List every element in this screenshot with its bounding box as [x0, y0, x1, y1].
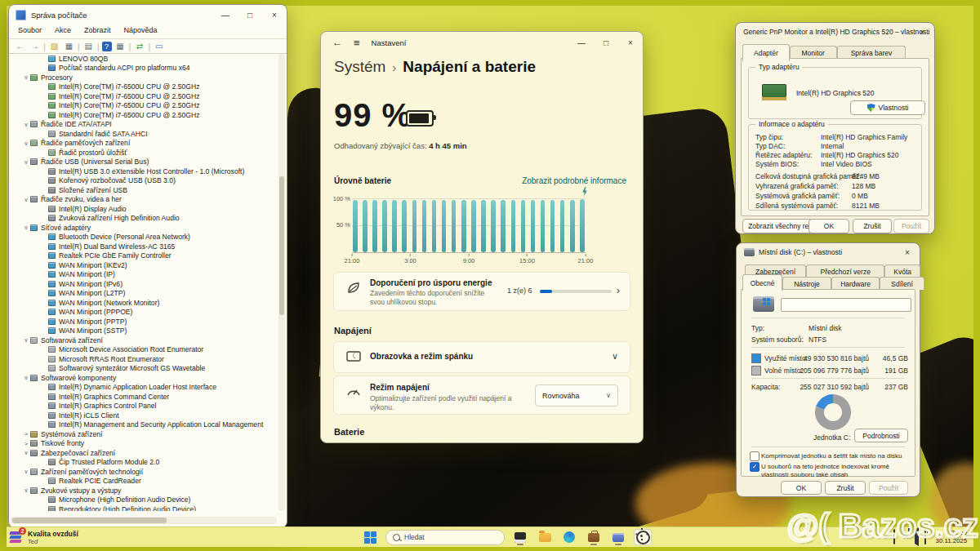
tree-item[interactable]: >Tiskové fronty: [11, 439, 277, 449]
battery-details-link[interactable]: Zobrazit podrobné informace: [522, 176, 626, 185]
tab-adaptér[interactable]: Adaptér: [742, 44, 790, 61]
taskbar-app-file-explorer[interactable]: [536, 529, 554, 545]
tab-nástroje[interactable]: Nástroje: [782, 277, 831, 290]
chevron-expanded-icon[interactable]: v: [22, 140, 30, 146]
forward-arrow-icon[interactable]: →: [29, 42, 41, 51]
tree-item[interactable]: vŘadiče USB (Universal Serial Bus): [11, 158, 277, 167]
tree-item[interactable]: vZvukové vstupy a výstupy: [11, 486, 277, 495]
cancel-button[interactable]: Zrušit: [853, 219, 892, 233]
compress-checkbox[interactable]: [750, 451, 760, 461]
tab-obecné[interactable]: Obecné: [742, 274, 782, 291]
details-button[interactable]: Podrobnosti: [854, 429, 908, 442]
dm-vertical-scrollbar[interactable]: [278, 54, 285, 511]
gpu-titlebar[interactable]: Generic PnP Monitor a Intel(R) HD Graphi…: [736, 23, 934, 41]
tree-item[interactable]: Intel(R) Core(TM) i7-6500U CPU @ 2.50GHz: [11, 82, 277, 92]
tree-item[interactable]: Intel(R) Dual Band Wireless-AC 3165: [11, 242, 277, 251]
back-arrow-icon[interactable]: ←: [332, 37, 342, 48]
chevron-down-icon[interactable]: ∨: [612, 351, 618, 362]
index-checkbox[interactable]: ✓: [750, 462, 760, 472]
help-icon[interactable]: ?: [102, 42, 112, 51]
tree-item[interactable]: Počítač standardu ACPI pro platformu x64: [11, 64, 277, 73]
chevron-expanded-icon[interactable]: v: [22, 469, 30, 474]
taskbar-app-briefcase[interactable]: [585, 529, 603, 545]
tree-item[interactable]: WAN Miniport (SSTP): [11, 327, 277, 336]
energy-recommendations-card[interactable]: Doporučení pro úsporu energie Zavedením …: [333, 272, 630, 311]
document-icon[interactable]: ▤: [82, 42, 95, 51]
taskbar-app-edge[interactable]: [560, 529, 578, 545]
tree-item[interactable]: vProcesory: [11, 73, 277, 82]
close-button[interactable]: ×: [262, 5, 287, 24]
chevron-expanded-icon[interactable]: v: [22, 337, 30, 343]
tree-item[interactable]: Intel(R) Core(TM) i7-6500U CPU @ 2.50GHz: [11, 101, 277, 111]
chevron-collapsed-icon[interactable]: >: [22, 431, 30, 437]
tree-item[interactable]: WAN Miniport (PPPOE): [11, 308, 277, 318]
menu-item-akce[interactable]: Akce: [49, 24, 77, 38]
tree-item[interactable]: vSíťové adaptéry: [11, 223, 277, 233]
tree-item[interactable]: Zvuková zařízení High Definition Audio: [11, 214, 277, 224]
close-button[interactable]: ×: [618, 32, 643, 53]
scan-icon[interactable]: ⇄: [133, 42, 145, 51]
close-button[interactable]: ×: [910, 23, 934, 41]
menu-item-zobrazit[interactable]: Zobrazit: [78, 24, 117, 38]
screen-sleep-card[interactable]: Obrazovka a režim spánku ∨: [333, 341, 630, 373]
tree-item[interactable]: Realtek PCIe GbE Family Controller: [11, 251, 277, 261]
maximize-button[interactable]: □: [594, 32, 618, 53]
maximize-button[interactable]: □: [238, 5, 262, 24]
chevron-expanded-icon[interactable]: v: [22, 375, 30, 380]
search-box[interactable]: Hledat: [385, 530, 505, 545]
show-hide-icon[interactable]: ▨: [48, 42, 60, 51]
tree-item[interactable]: Realtek PCIE CardReader: [11, 477, 277, 487]
tree-item[interactable]: Čip Trusted Platform Module 2.0: [11, 458, 277, 468]
chevron-expanded-icon[interactable]: v: [22, 224, 30, 230]
tree-item[interactable]: WAN Miniport (PPTP): [11, 317, 277, 327]
menu-item-soubor[interactable]: Soubor: [12, 24, 47, 38]
tree-item[interactable]: Intel(R) Dynamic Application Loader Host…: [11, 383, 277, 393]
taskbar-app-console[interactable]: [511, 529, 529, 545]
cancel-button[interactable]: Zrušit: [825, 481, 866, 495]
volume-label-input[interactable]: [781, 298, 911, 312]
tree-item[interactable]: >Systémová zařízení: [11, 429, 277, 439]
chevron-expanded-icon[interactable]: v: [22, 122, 30, 127]
taskbar-app-settings[interactable]: [634, 529, 652, 545]
disk-titlebar[interactable]: Místní disk (C:) – vlastnosti: [737, 243, 920, 261]
comment-icon[interactable]: ▭: [153, 42, 165, 51]
close-button[interactable]: ×: [895, 243, 920, 261]
breadcrumb-system[interactable]: Systém: [334, 58, 385, 75]
chevron-expanded-icon[interactable]: v: [22, 197, 30, 202]
tab-sdílení[interactable]: Sdílení: [880, 277, 924, 290]
tree-item[interactable]: Intel(R) Graphics Command Center: [11, 392, 277, 402]
ok-button[interactable]: OK: [808, 219, 849, 233]
chevron-expanded-icon[interactable]: v: [22, 487, 30, 493]
back-arrow-icon[interactable]: ←: [14, 42, 26, 51]
tree-item[interactable]: Softwarový syntezátor Microsoft GS Wavet…: [11, 364, 277, 374]
tree-item[interactable]: Kořenový rozbočovač USB (USB 3.0): [11, 176, 277, 186]
tree-item[interactable]: Bluetooth Device (Personal Area Network): [11, 233, 277, 242]
tree-item[interactable]: Intel(R) Core(TM) i7-6500U CPU @ 2.50GHz: [11, 110, 277, 120]
apply-button[interactable]: Použít: [869, 481, 908, 495]
tree-item[interactable]: Intel(R) iCLS Client: [11, 411, 277, 420]
tree-item[interactable]: Microsoft Device Association Root Enumer…: [11, 345, 277, 355]
minimize-button[interactable]: —: [213, 5, 238, 24]
tree-item[interactable]: Intel(R) Core(TM) i7-6500U CPU @ 2.50GHz: [11, 91, 277, 101]
hamburger-menu-icon[interactable]: ≡: [354, 37, 360, 49]
tree-item[interactable]: Microsoft RRAS Root Enumerator: [11, 354, 277, 364]
menu-item-nápověda[interactable]: Nápověda: [118, 24, 163, 38]
table-icon[interactable]: ▦: [63, 42, 75, 51]
taskbar-app-devices[interactable]: [609, 529, 627, 545]
tree-item[interactable]: WAN Miniport (IKEv2): [11, 260, 277, 270]
widgets-button[interactable]: 2 Kvalita ovzduší Teď: [10, 528, 78, 546]
start-button[interactable]: [361, 529, 379, 545]
chevron-expanded-icon[interactable]: v: [22, 450, 30, 455]
tree-item[interactable]: vŘadiče IDE ATA/ATAPI: [11, 120, 277, 130]
dm-hscroll-thumb[interactable]: [12, 518, 167, 523]
tree-item[interactable]: LENOVO 80QB: [11, 54, 277, 64]
tree-item[interactable]: Řadič prostorů úložišť: [11, 148, 277, 158]
list-icon[interactable]: ▦: [114, 42, 127, 51]
tree-item[interactable]: WAN Miniport (Network Monitor): [11, 298, 277, 308]
tab-hardware[interactable]: Hardware: [831, 277, 880, 290]
tree-item[interactable]: vSoftwarová zařízení: [11, 335, 277, 345]
tree-item[interactable]: vSoftwarové komponenty: [11, 373, 277, 383]
adapter-properties-button[interactable]: Vlastnosti: [850, 100, 925, 115]
tree-item[interactable]: Reproduktory (High Definition Audio Devi…: [11, 504, 277, 511]
chevron-expanded-icon[interactable]: v: [22, 159, 30, 165]
